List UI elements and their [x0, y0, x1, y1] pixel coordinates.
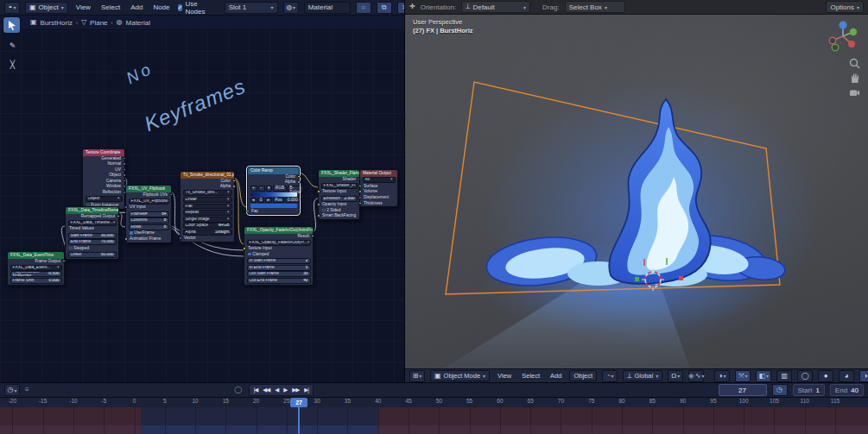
socket[interactable]	[123, 157, 126, 160]
menu-icon[interactable]: ≡	[25, 387, 29, 393]
proportional-edit-dropdown[interactable]: ◉∿▾	[688, 370, 704, 382]
node-slider[interactable]: Frame Shift0.000	[10, 278, 62, 284]
socket[interactable]	[297, 180, 301, 184]
node-header[interactable]: FXXL_Data_TimelineRemap	[66, 207, 118, 214]
node-group-select[interactable]: FXXL_Opacity_FadeIn/Out(Fr...▾	[247, 240, 311, 246]
node-field-select[interactable]: Repeat▾	[183, 210, 232, 216]
socket[interactable]	[311, 235, 314, 238]
play-reverse-button[interactable]: ◀	[273, 387, 281, 393]
play-button[interactable]: ▶	[282, 387, 289, 393]
menu-select[interactable]: Select	[519, 372, 542, 380]
visibility-dropdown[interactable]: ◑▾	[714, 370, 730, 382]
socket[interactable]	[62, 260, 66, 263]
node-header[interactable]: Texture Coordinate	[83, 149, 124, 156]
node-field-select[interactable]: Linear▾	[183, 197, 232, 203]
timeline-track[interactable]	[0, 407, 868, 434]
mode-dropdown[interactable]: ▣Object Mode▾	[430, 370, 490, 381]
node-slider[interactable]: End Frame70.000	[68, 239, 117, 245]
socket[interactable]	[123, 162, 126, 166]
socket[interactable]	[117, 215, 120, 218]
editor-type-dropdown[interactable]: ⊞▾	[409, 370, 425, 382]
menu-add[interactable]: Add	[548, 372, 564, 380]
node-uv-flipbook[interactable]: FXXL_UV_FlipbookFlipbook UVsFXXL_UV_Flip…	[125, 185, 172, 243]
node-slider[interactable]: Out End Frame40	[247, 278, 311, 284]
node-kv[interactable]: Color SpacesRGB	[183, 223, 232, 229]
node-slider[interactable]: Offset50.000	[68, 252, 117, 258]
node-mini-button[interactable]: +	[250, 186, 257, 192]
node-group-select[interactable]: FXXL_Data_Timeline...▾	[68, 220, 117, 226]
node-slider[interactable]: Start Frame30.000	[68, 233, 117, 239]
start-frame-field[interactable]: Start1	[793, 384, 825, 396]
shading-wireframe[interactable]: ◯	[797, 370, 813, 382]
zoom-icon[interactable]	[849, 58, 860, 69]
node-mini-button[interactable]: B-Spline	[288, 186, 304, 192]
socket[interactable]	[179, 236, 182, 240]
node-mini-button[interactable]: ▾	[266, 186, 273, 192]
menu-view[interactable]: View	[495, 372, 514, 380]
socket[interactable]	[232, 179, 236, 183]
auto-keyframe-toggle[interactable]: ◷	[772, 384, 788, 396]
node-mini-button[interactable]: −	[258, 186, 265, 192]
node-image-texture[interactable]: Tx_Smoke_directional_01.pngColorAlphaTx_…	[180, 171, 235, 242]
node-slider[interactable]: In Start Frame2	[247, 258, 311, 264]
color-swatch[interactable]	[250, 204, 297, 208]
node-field-select[interactable]: Object▾	[86, 196, 123, 202]
socket[interactable]	[358, 202, 362, 205]
jump-to-end-button[interactable]: ▶|	[302, 387, 311, 393]
socket[interactable]	[358, 185, 362, 188]
socket[interactable]	[358, 190, 362, 193]
gizmo-x-axis[interactable]	[848, 41, 855, 47]
node-checkbox[interactable]: Use/Frame	[126, 230, 171, 236]
socket[interactable]	[169, 193, 173, 197]
node-header[interactable]: Color Ramp	[248, 167, 299, 174]
snap-dropdown[interactable]: Ω▾	[668, 370, 683, 382]
record-icon[interactable]: ◯	[234, 387, 242, 393]
node-image-select[interactable]: Tx_Smoke_dire...▾	[183, 190, 232, 196]
node-kv[interactable]: AlphaStraight	[183, 230, 232, 236]
navigation-gizmo[interactable]	[825, 20, 861, 54]
node-header[interactable]: FXXL_Shader_Flame	[319, 170, 359, 177]
node-mini-button[interactable]: Pos	[273, 198, 284, 204]
node-header[interactable]: Tx_Smoke_directional_01.png	[181, 172, 234, 179]
node-mini-button[interactable]: ◂	[250, 198, 257, 204]
node-slider[interactable]: Frames before NoRender-0.500	[10, 271, 62, 277]
node-mini-button[interactable]: ▸	[265, 198, 272, 204]
socket[interactable]	[232, 185, 236, 188]
socket[interactable]	[297, 175, 301, 179]
node-header[interactable]: FXXL_Data_EventTime	[8, 252, 64, 259]
node-opacity-fade[interactable]: FXXL_Opacity_FadeIn/Out(AnimFrames)Resul…	[244, 226, 314, 286]
node-mini-button[interactable]: RGB	[273, 186, 287, 192]
drag-dropdown[interactable]: Select Box▾	[565, 1, 625, 13]
node-checkbox[interactable]: 2 Sided	[319, 208, 359, 214]
gizmos-dropdown[interactable]: ⤧▾	[735, 370, 751, 382]
pan-hand-icon[interactable]	[849, 72, 860, 84]
node-checkbox[interactable]: Clamped	[244, 252, 313, 258]
node-slider[interactable]: Frames#64	[129, 211, 169, 217]
viewport-3d[interactable]: User Perspective (27) FX | BurstHoriz	[405, 15, 868, 368]
playhead-frame-badge[interactable]: 27	[290, 398, 307, 407]
move-tool-icon[interactable]: ✛	[409, 3, 415, 10]
node-field-select[interactable]: Flat▾	[183, 204, 232, 210]
mode-options-dropdown[interactable]: ◔▾	[602, 370, 618, 382]
xray-toggle[interactable]: ▥	[776, 370, 792, 382]
socket[interactable]	[358, 196, 362, 199]
node-group-select[interactable]: FXXL_Data_Event...▾	[10, 265, 62, 271]
gizmo-x-neg[interactable]	[829, 37, 836, 44]
transform-orientation-dropdown[interactable]: ⟂Global▾	[623, 370, 662, 381]
node-color-ramp[interactable]: Color RampColorAlpha+−▾RGBB-Spline◂0▸Pos…	[247, 167, 300, 215]
jump-to-start-button[interactable]: |◀	[251, 387, 260, 393]
end-frame-field[interactable]: End40	[830, 384, 864, 396]
node-timeline-remap[interactable]: FXXL_Data_TimelineRemapRemapped OutputFX…	[65, 206, 119, 260]
timeline-ruler[interactable]: -20-15-10-505101520253035404550556065707…	[0, 398, 868, 407]
socket[interactable]	[317, 214, 320, 217]
prev-keyframe-button[interactable]: ◀◀	[261, 387, 272, 393]
gizmo-y-axis[interactable]	[850, 28, 857, 35]
menu-object[interactable]: Object	[569, 370, 597, 381]
shading-rendered[interactable]: ◑▾	[859, 370, 868, 382]
node-mini-button[interactable]: 0	[257, 198, 264, 204]
shading-material[interactable]: ◕	[839, 370, 854, 382]
node-field-select[interactable]: All▾	[363, 177, 396, 183]
node-group-select[interactable]: FXXL_Shader_Fl...▾	[321, 183, 358, 189]
node-checkbox[interactable]: Stepped	[66, 246, 118, 252]
socket[interactable]	[243, 247, 246, 250]
